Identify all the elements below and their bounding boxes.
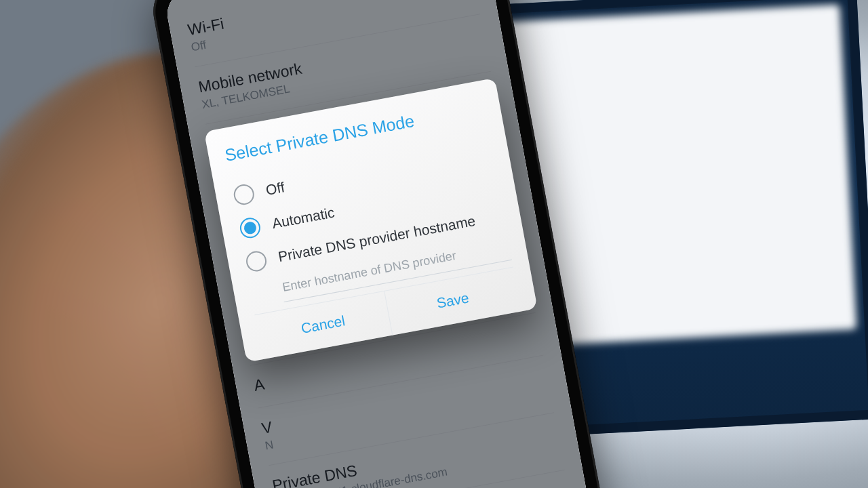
radio-label: Off bbox=[264, 179, 286, 199]
scene-background: Wi-Fi Off Mobile network XL, TELKOMSEL D… bbox=[0, 0, 868, 488]
radio-icon bbox=[238, 216, 262, 240]
radio-icon bbox=[232, 183, 256, 207]
radio-label: Automatic bbox=[271, 204, 336, 232]
radio-icon bbox=[245, 249, 269, 273]
